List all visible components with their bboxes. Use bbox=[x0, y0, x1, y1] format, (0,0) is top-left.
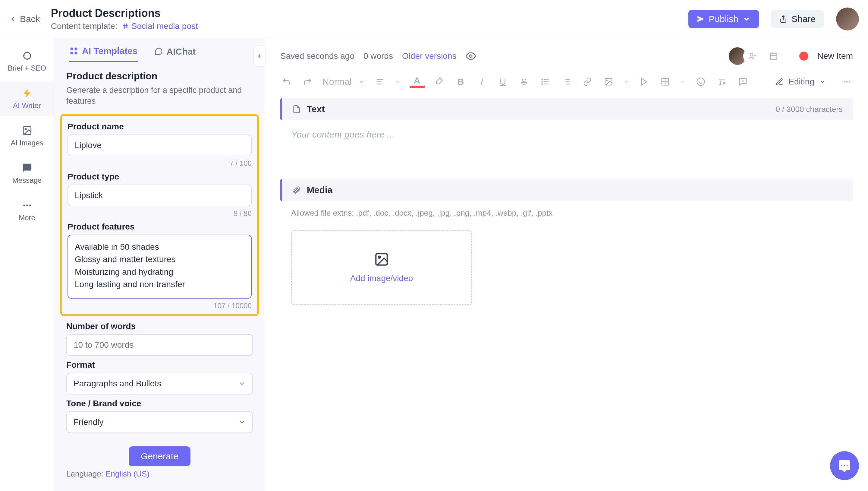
editor-content-area[interactable]: Your content goes here ... bbox=[280, 120, 853, 149]
rail-more[interactable]: More bbox=[0, 194, 54, 228]
chevron-down-icon[interactable] bbox=[624, 79, 629, 84]
generate-button[interactable]: Generate bbox=[129, 446, 190, 466]
svg-line-3 bbox=[126, 24, 127, 29]
clear-format-button[interactable] bbox=[716, 76, 728, 88]
media-hint: Allowed file extns: .pdf, .doc, .docx, .… bbox=[280, 201, 853, 227]
back-button[interactable]: Back bbox=[9, 14, 40, 24]
underline-button[interactable]: U bbox=[497, 76, 509, 88]
rail-message[interactable]: Message bbox=[0, 157, 54, 191]
clear-icon bbox=[717, 77, 726, 86]
product-type-label: Product type bbox=[67, 172, 252, 181]
product-type-input[interactable] bbox=[67, 184, 252, 206]
product-features-counter: 107 / 10000 bbox=[213, 301, 252, 310]
play-icon bbox=[640, 77, 649, 86]
publish-button[interactable]: Publish bbox=[688, 10, 759, 28]
undo-button[interactable] bbox=[280, 76, 292, 88]
svg-point-34 bbox=[541, 81, 542, 82]
tab-ai-chat[interactable]: AIChat bbox=[154, 46, 196, 62]
format-select[interactable]: Paragraphs and Bullets bbox=[66, 373, 253, 395]
rail-ai-writer[interactable]: AI Writer bbox=[0, 82, 54, 116]
field-word-count: Number of words bbox=[66, 321, 253, 356]
bolt-icon bbox=[22, 88, 32, 98]
svg-point-12 bbox=[23, 204, 25, 206]
number-list-button[interactable] bbox=[560, 76, 572, 88]
panel-tabs: AI Templates AIChat bbox=[54, 38, 265, 62]
product-type-counter: 8 / 80 bbox=[234, 209, 252, 218]
svg-point-35 bbox=[541, 84, 542, 84]
video-button[interactable] bbox=[638, 76, 650, 88]
media-section: Media Allowed file extns: .pdf, .doc, .d… bbox=[280, 179, 853, 305]
text-section-header[interactable]: Text 0 / 3000 characters bbox=[280, 98, 853, 120]
link-button[interactable] bbox=[581, 76, 593, 88]
svg-rect-18 bbox=[75, 52, 78, 55]
media-section-header[interactable]: Media bbox=[280, 179, 853, 201]
new-item-label[interactable]: New Item bbox=[817, 51, 853, 61]
rail-ai-images[interactable]: AI Images bbox=[0, 119, 54, 153]
template-link[interactable]: Social media post bbox=[122, 21, 198, 31]
rail-brief-seo[interactable]: Brief + SEO bbox=[0, 45, 54, 79]
italic-button[interactable]: I bbox=[476, 76, 488, 88]
help-chat-fab[interactable] bbox=[830, 451, 859, 480]
older-versions-link[interactable]: Older versions bbox=[402, 51, 457, 61]
bold-button[interactable]: B bbox=[455, 76, 467, 88]
smile-icon bbox=[696, 77, 705, 86]
text-a-icon: A bbox=[414, 76, 421, 86]
font-style-select[interactable]: Normal bbox=[322, 77, 365, 87]
collapse-panel-button[interactable] bbox=[253, 46, 266, 67]
rail-label: More bbox=[19, 213, 35, 222]
user-avatar[interactable] bbox=[836, 7, 859, 30]
product-name-input[interactable] bbox=[67, 135, 252, 156]
svg-point-5 bbox=[24, 53, 30, 59]
table-button[interactable] bbox=[659, 76, 671, 88]
redo-button[interactable] bbox=[301, 76, 313, 88]
text-color-button[interactable]: A bbox=[410, 76, 425, 88]
comment-button[interactable] bbox=[737, 76, 749, 88]
svg-rect-16 bbox=[75, 48, 78, 50]
word-count-status: 0 words bbox=[364, 51, 393, 61]
highlight-button[interactable] bbox=[434, 76, 446, 88]
eye-icon[interactable] bbox=[466, 51, 476, 61]
collaborators[interactable] bbox=[728, 47, 783, 65]
chevron-down-icon[interactable] bbox=[680, 79, 686, 84]
share-button[interactable]: Share bbox=[771, 10, 824, 28]
editing-mode-select[interactable]: Editing bbox=[775, 77, 826, 87]
chevron-down-icon[interactable] bbox=[395, 79, 401, 84]
align-button[interactable] bbox=[374, 76, 386, 88]
panel-title: Product description bbox=[66, 70, 253, 82]
product-name-counter: 7 / 100 bbox=[230, 159, 252, 168]
chat-bubbles-icon bbox=[154, 47, 163, 56]
svg-point-11 bbox=[25, 128, 26, 130]
doc-icon bbox=[292, 105, 301, 113]
emoji-button[interactable] bbox=[695, 76, 707, 88]
top-bar: Back Product Descriptions Content templa… bbox=[0, 0, 868, 38]
tab-ai-templates[interactable]: AI Templates bbox=[69, 46, 138, 62]
paperclip-icon bbox=[292, 186, 301, 194]
tone-select[interactable]: Friendly bbox=[66, 411, 253, 433]
upload-dropzone[interactable]: Add image/video bbox=[291, 230, 472, 305]
add-collaborator[interactable] bbox=[743, 47, 762, 65]
calendar-slot[interactable] bbox=[764, 47, 783, 65]
svg-rect-23 bbox=[770, 53, 777, 60]
hash-icon bbox=[122, 23, 129, 30]
format-label: Format bbox=[66, 360, 253, 370]
rail-label: Message bbox=[12, 176, 41, 184]
italic-icon: I bbox=[481, 77, 483, 87]
product-features-input[interactable] bbox=[67, 235, 252, 298]
form-panel: AI Templates AIChat Product description … bbox=[54, 38, 265, 491]
svg-point-45 bbox=[697, 78, 704, 85]
underline-icon: U bbox=[500, 77, 506, 87]
strike-button[interactable]: S bbox=[518, 76, 530, 88]
language-link[interactable]: English (US) bbox=[105, 469, 150, 478]
chat-icon bbox=[22, 163, 32, 173]
panel-head: Product description Generate a descripti… bbox=[54, 62, 265, 109]
chevron-down-icon bbox=[819, 79, 826, 85]
insert-image-button[interactable] bbox=[602, 76, 615, 88]
bullet-list-button[interactable] bbox=[539, 76, 551, 88]
overflow-button[interactable] bbox=[841, 76, 853, 88]
top-right: Publish Share bbox=[688, 7, 859, 30]
svg-rect-15 bbox=[70, 48, 73, 50]
word-count-input[interactable] bbox=[66, 334, 253, 356]
list-ul-icon bbox=[541, 77, 550, 86]
svg-point-13 bbox=[26, 204, 28, 206]
chevron-left-icon bbox=[256, 53, 263, 59]
